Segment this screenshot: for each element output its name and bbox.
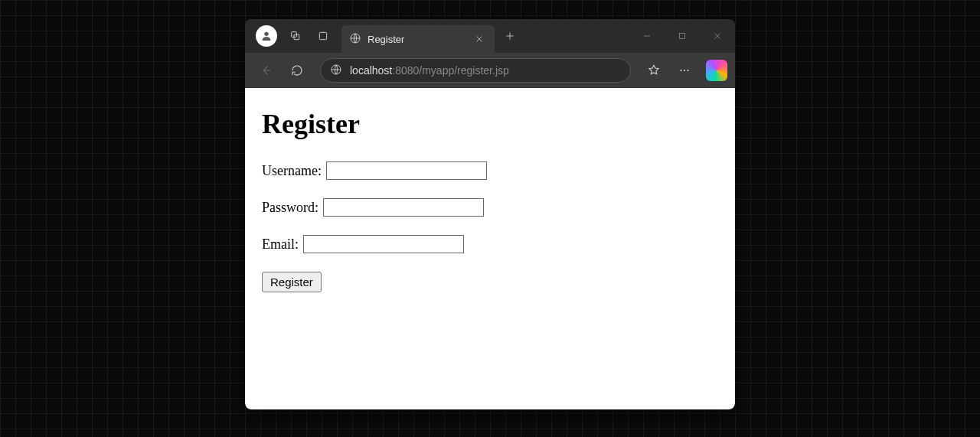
page-heading: Register [262, 108, 718, 140]
address-bar[interactable]: localhost:8080/myapp/register.jsp [320, 58, 631, 83]
svg-point-0 [264, 32, 268, 36]
close-tab-button[interactable] [472, 31, 487, 47]
refresh-button[interactable] [283, 57, 311, 84]
maximize-icon [678, 31, 687, 41]
workspaces-icon [289, 30, 302, 42]
password-row: Password: [262, 198, 718, 217]
svg-point-7 [680, 70, 681, 71]
username-label: Username: [262, 163, 322, 179]
svg-rect-5 [680, 34, 685, 39]
back-button[interactable] [253, 57, 280, 84]
svg-point-9 [687, 70, 688, 71]
password-label: Password: [262, 200, 318, 216]
tab-actions-button[interactable] [309, 22, 337, 50]
maximize-button[interactable] [665, 19, 700, 53]
close-icon [475, 34, 484, 44]
close-window-button[interactable] [700, 19, 735, 53]
password-input[interactable] [323, 198, 484, 217]
email-input[interactable] [303, 235, 464, 253]
url-host: localhost [350, 64, 392, 77]
svg-rect-3 [319, 32, 326, 39]
new-tab-button[interactable] [498, 24, 522, 48]
more-icon [678, 64, 691, 77]
titlebar: Register [245, 19, 735, 53]
active-tab[interactable]: Register [341, 25, 495, 53]
minimize-icon [642, 31, 652, 41]
person-icon [260, 30, 273, 42]
globe-icon [349, 32, 361, 47]
tab-title: Register [368, 34, 404, 45]
register-button[interactable]: Register [262, 272, 322, 292]
toolbar: localhost:8080/myapp/register.jsp [245, 53, 735, 88]
browser-window: Register [245, 19, 735, 409]
username-input[interactable] [326, 161, 487, 180]
star-plus-icon [647, 64, 661, 77]
refresh-icon [290, 64, 304, 77]
email-row: Email: [262, 235, 718, 253]
username-row: Username: [262, 161, 718, 180]
url-text: localhost:8080/myapp/register.jsp [350, 64, 509, 77]
copilot-button[interactable] [706, 60, 727, 81]
svg-point-8 [684, 70, 685, 71]
square-icon [317, 30, 329, 42]
globe-icon [330, 64, 342, 78]
window-controls [629, 19, 735, 53]
workspaces-button[interactable] [282, 22, 309, 50]
email-label: Email: [262, 236, 299, 253]
url-path: :8080/myapp/register.jsp [392, 64, 509, 77]
plus-icon [505, 31, 515, 41]
arrow-left-icon [260, 64, 273, 77]
more-button[interactable] [671, 57, 698, 84]
profile-button[interactable] [256, 25, 277, 47]
favorites-button[interactable] [640, 57, 668, 84]
minimize-button[interactable] [629, 19, 665, 53]
page-content: Register Username: Password: Email: Regi… [245, 88, 735, 409]
close-icon [713, 31, 722, 41]
